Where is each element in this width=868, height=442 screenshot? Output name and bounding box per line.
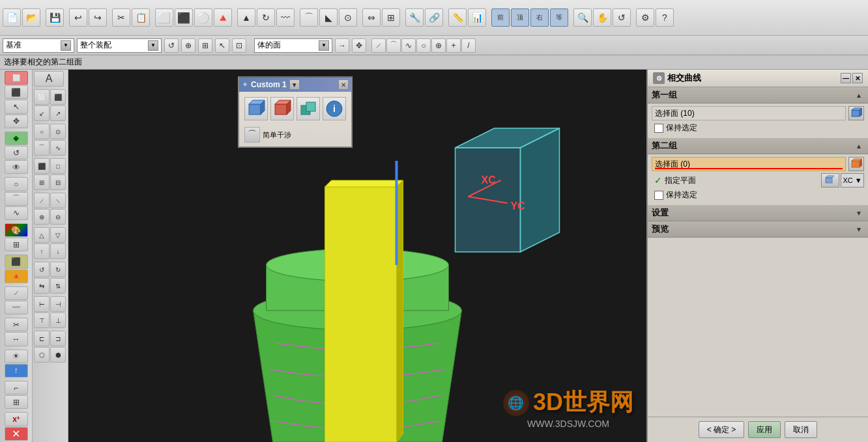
icon-move1[interactable]: ↑ (34, 243, 50, 259)
icon-arrow1[interactable]: ↙ (34, 105, 50, 121)
cross-icon[interactable]: ✕ (5, 427, 28, 441)
section2-face-value[interactable]: 选择面 (0) (652, 157, 846, 171)
redo-icon[interactable]: ↪ (89, 8, 107, 27)
filter-icon[interactable]: ⊡ (232, 38, 246, 53)
icon-move2[interactable]: ↓ (50, 243, 66, 259)
ellipse-icon[interactable]: ⊕ (431, 38, 446, 53)
divide-icon[interactable]: / (461, 38, 476, 53)
icon-box3[interactable]: ⬛ (34, 158, 50, 174)
arrow-icon[interactable]: ↖ (5, 100, 28, 113)
scale-icon[interactable]: ⊞ (5, 395, 28, 409)
ok-arrow-icon[interactable]: → (335, 38, 349, 53)
cone-icon[interactable]: 🔺 (214, 8, 232, 27)
rotate2-icon[interactable]: ↺ (5, 146, 28, 159)
zoom-icon[interactable]: 🔍 (573, 8, 592, 27)
section2-xc-btn[interactable]: XC ▼ (841, 173, 864, 187)
icon-arrow2[interactable]: ↗ (50, 105, 66, 121)
section2-plane-btn1[interactable] (821, 173, 839, 187)
icon-plus1[interactable]: ⊕ (34, 209, 50, 225)
snap-icon[interactable]: ⊕ (181, 38, 195, 53)
icon-a[interactable]: A (34, 71, 64, 87)
section4-collapse-btn[interactable]: ▼ (854, 224, 864, 234)
panel-close-btn[interactable]: ✕ (852, 73, 863, 83)
section1-face-value[interactable]: 选择面 (10) (652, 106, 846, 120)
move-icon[interactable]: ✥ (352, 38, 366, 53)
box-icon[interactable]: ⬜ (155, 8, 173, 27)
eye-icon[interactable]: 👁 (5, 160, 28, 174)
combo-face[interactable]: 体的面 ▼ (254, 38, 332, 53)
view-right[interactable]: 右 (530, 8, 549, 27)
popup-teal-icon[interactable] (297, 97, 320, 120)
settings-icon[interactable]: ⚙ (636, 8, 654, 27)
line2-icon[interactable]: ⟋ (5, 286, 28, 300)
arc2-icon[interactable]: ⌒ (5, 192, 28, 206)
trim-icon[interactable]: ✂ (5, 318, 28, 331)
section2-face-icon-btn[interactable] (848, 157, 864, 171)
select-icon[interactable]: ↖ (215, 38, 229, 53)
diamond-icon[interactable]: ◆ (5, 131, 28, 145)
icon-curve1[interactable]: ⌒ (34, 140, 50, 156)
arc-icon[interactable]: ⌒ (386, 38, 401, 53)
popup-title-bar[interactable]: ✦ Custom 1 ▼ ✕ (239, 77, 351, 92)
combo-assembly[interactable]: 整个装配 ▼ (77, 38, 162, 53)
section2-header[interactable]: 第二组 ▲ (648, 138, 868, 154)
open-icon[interactable]: 📂 (22, 8, 40, 27)
select-box-icon[interactable]: ⬛ (5, 85, 28, 99)
circle2-icon[interactable]: ○ (5, 177, 28, 191)
rotate-icon[interactable]: ↺ (613, 8, 631, 27)
corner-icon[interactable]: ⌐ (5, 381, 28, 394)
curve-icon[interactable]: 〰 (5, 301, 28, 314)
icon-hex2[interactable]: ⬢ (50, 347, 66, 363)
icon-measure2[interactable]: ⊥ (50, 312, 66, 328)
apply-button[interactable]: 应用 (748, 421, 781, 438)
popup-close-btn[interactable]: ✕ (338, 79, 349, 90)
spline-icon[interactable]: ∿ (401, 38, 416, 53)
combo-assembly-arrow[interactable]: ▼ (148, 40, 158, 51)
refresh-icon[interactable]: ↺ (164, 38, 179, 53)
constraint-icon[interactable]: 🔗 (425, 8, 443, 27)
pattern-icon[interactable]: ⊞ (382, 8, 400, 27)
ok-button[interactable]: < 确定 > (699, 421, 745, 438)
section2-collapse-btn[interactable]: ▲ (854, 141, 864, 151)
icon-flip1[interactable]: ⇆ (34, 278, 50, 294)
section3-collapse-btn[interactable]: ▼ (854, 208, 864, 218)
sphere-icon[interactable]: ⚪ (194, 8, 212, 27)
icon-grid4[interactable]: ⊟ (50, 174, 66, 190)
icon-tri1[interactable]: △ (34, 227, 50, 243)
plus-icon[interactable]: + (446, 38, 461, 53)
cut-icon[interactable]: ✂ (112, 8, 130, 27)
icon-dim2[interactable]: ⊣ (50, 296, 66, 312)
section4-header[interactable]: 预览 ▼ (648, 221, 868, 238)
cylinder-icon[interactable]: ⬛ (175, 8, 193, 27)
help-icon[interactable]: ? (656, 8, 674, 27)
combo-base-arrow[interactable]: ▼ (61, 40, 71, 51)
sun-icon[interactable]: ☀ (5, 350, 28, 363)
section1-collapse-btn[interactable]: ▲ (854, 90, 864, 100)
pan-icon[interactable]: ✋ (593, 8, 611, 27)
icon-square2[interactable]: ⬛ (50, 89, 66, 105)
popup-box-icon[interactable] (244, 97, 268, 120)
assembly-icon[interactable]: 🔧 (405, 8, 424, 27)
section1-header[interactable]: 第一组 ▲ (648, 87, 868, 104)
icon-line4[interactable]: ⟍ (50, 193, 66, 208)
circle-icon[interactable]: ○ (416, 38, 431, 53)
extend-icon[interactable]: ↔ (5, 332, 28, 346)
icon-rot2[interactable]: ↻ (50, 262, 66, 277)
wave-icon[interactable]: ∿ (5, 206, 28, 220)
viewport[interactable]: XC YC 🌐 3D世界网 WWW.3DSJW.COM ✦ Custom 1 ▼ (68, 70, 646, 442)
icon-rot1[interactable]: ↺ (34, 262, 50, 277)
icon-grid3[interactable]: ⊞ (34, 174, 50, 190)
fillet-icon[interactable]: ⌒ (300, 8, 318, 27)
icon-tri2[interactable]: ▽ (50, 227, 66, 243)
undo-icon[interactable]: ↩ (69, 8, 87, 27)
grid2-icon[interactable]: ⊞ (5, 238, 28, 251)
combo-base[interactable]: 基准 ▼ (3, 38, 74, 53)
cone2-icon[interactable]: 🔺 (5, 269, 28, 283)
analysis-icon[interactable]: 📊 (468, 8, 486, 27)
line-icon[interactable]: ⟋ (371, 38, 386, 53)
chamfer-icon[interactable]: ◣ (319, 8, 338, 27)
up-arrow-icon[interactable]: ↑ (5, 364, 28, 378)
icon-line3[interactable]: ⟋ (34, 193, 50, 208)
icon-plus2[interactable]: ⊖ (50, 209, 66, 225)
view-front[interactable]: 前 (491, 8, 510, 27)
